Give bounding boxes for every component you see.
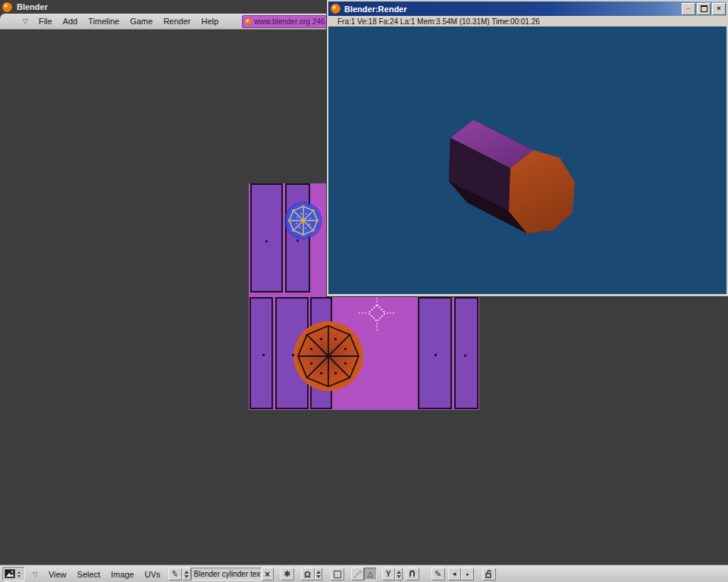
sticky-selection-button[interactable]: Y [382,568,395,580]
menu-game[interactable]: Game [130,17,152,26]
minimize-button[interactable]: _ [682,3,695,15]
uv-island-cap-orange[interactable] [293,321,363,391]
maximize-icon [701,5,708,12]
menu-add[interactable]: Add [63,17,78,26]
image-paint-button[interactable]: ✎ [431,568,445,580]
pencil-icon: ✎ [435,569,441,579]
face-select-mode-button[interactable]: △ [364,568,377,580]
app-title: Blender [17,2,48,11]
triangle-icon: △ [367,570,373,578]
menu-uvs[interactable]: UVs [145,570,161,579]
header-collapse-icon[interactable]: ▽ [33,571,38,578]
record-button[interactable]: ● [461,568,474,580]
blender-logo-icon [2,2,12,12]
sticky-stepper[interactable] [395,568,403,580]
menu-select[interactable]: Select [77,570,101,579]
uv-island-cap-blue-selected[interactable] [284,202,322,239]
header-collapse-icon[interactable]: ▽ [23,17,28,25]
snap-toggle-button[interactable] [406,568,419,580]
pen-icon: ✎ [171,568,179,579]
vertex-select-mode-button[interactable] [351,568,364,580]
pivot-stepper[interactable] [315,568,322,580]
version-label: www.blender.org 246 [254,17,325,26]
pack-icon: ✱ [284,569,290,579]
realtime-lock-button[interactable] [482,568,496,580]
magnet-icon [408,570,416,578]
render-window[interactable]: Blender:Render _ × Fra:1 Ve:18 Fa:24 La:… [327,0,728,296]
render-window-titlebar[interactable]: Blender:Render _ × [328,2,726,16]
image-name-field[interactable]: Blender cylinder text [191,568,262,580]
menu-image[interactable]: Image [111,570,134,579]
image-browse-button[interactable]: ✎ [168,568,182,580]
close-button[interactable]: × [712,3,726,15]
blender-desktop: { "app": { "title": "Blender" }, "top_me… [0,0,728,582]
unlock-icon [485,570,493,579]
editor-type-stepper[interactable] [16,568,22,580]
sync-uv-selection-button[interactable] [331,568,344,580]
main-menubar: ▽ File Add Timeline Game Render Help www… [0,14,328,30]
cylinder-cap-face [509,150,575,233]
unlink-image-button[interactable]: × [262,568,274,580]
play-button[interactable]: ◄ [448,568,461,580]
image-datablock-stepper[interactable] [182,568,191,580]
maximize-button[interactable] [697,3,711,15]
record-icon: ● [466,571,469,577]
render-result-image [328,27,726,294]
menu-help[interactable]: Help [201,17,218,26]
blender-logo-icon [331,4,340,14]
menu-render[interactable]: Render [163,17,190,26]
image-editor-header: ▽ View Select Image UVs ✎ Blender cylind… [0,565,728,582]
render-stats-text: Fra:1 Ve:18 Fa:24 La:1 Mem:3.54M (10.31M… [337,17,540,26]
app-titlebar[interactable]: Blender [0,0,331,14]
menu-file[interactable]: File [39,17,52,26]
close-icon: × [265,569,270,580]
window-controls: _ × [680,3,726,15]
menu-timeline[interactable]: Timeline [88,17,119,26]
blender-logo-icon [245,18,252,25]
pivot-icon: Ω [304,570,311,579]
render-stats-bar: Fra:1 Ve:18 Fa:24 La:1 Mem:3.54M (10.31M… [328,16,726,27]
pivot-selector-button[interactable]: Ω [301,568,315,580]
render-window-title: Blender:Render [344,5,407,14]
sticky-icon: Y [386,570,391,578]
pack-image-button[interactable]: ✱ [281,568,294,580]
rendered-cylinder [328,27,726,294]
square-icon [334,571,341,578]
menu-view[interactable]: View [49,570,67,579]
editor-type-selector[interactable] [2,567,25,581]
play-icon: ◄ [451,571,457,577]
vertex-select-icon [353,570,362,578]
image-editor-icon [5,569,16,579]
blender-version-button[interactable]: www.blender.org 246 [242,15,327,28]
uv-2d-cursor[interactable] [359,295,395,331]
